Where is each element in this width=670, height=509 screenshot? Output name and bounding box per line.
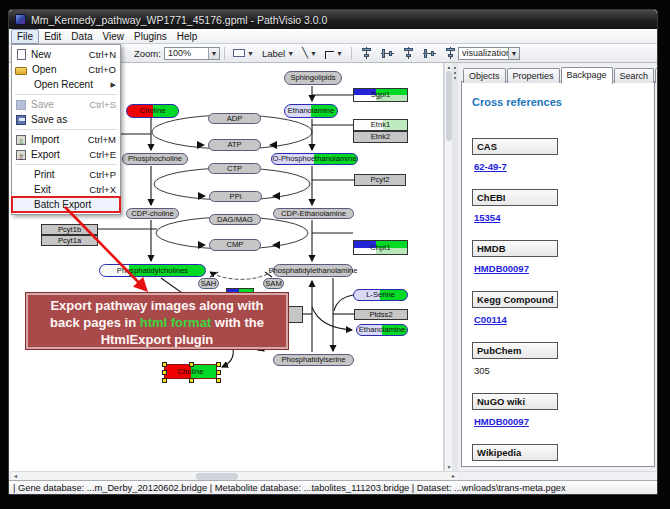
crossref-link[interactable]: HMDB00097 [474,416,529,427]
menu-item-label: Batch Export [34,199,108,210]
selection-handle[interactable] [216,362,221,367]
new-datanode-button[interactable]: ▼ [230,46,257,61]
selection-handle[interactable] [162,370,167,375]
node-cdp-choline[interactable]: CDP-choline [126,208,179,219]
node-pcyt2[interactable]: Pcyt2 [354,174,406,186]
node-chpt1[interactable]: Chpt1 [353,240,408,255]
chevron-down-icon[interactable]: ▼ [208,48,219,59]
node-label: DAG/MAG [217,216,253,224]
menu-item-exit[interactable]: ExitCtrl+X [12,182,120,197]
crossref-link[interactable]: HMDB00097 [474,263,529,274]
chevron-down-icon[interactable]: ▼ [287,50,294,57]
node-dag-mag[interactable]: DAG/MAG [209,214,261,225]
selection-handle[interactable] [189,378,194,383]
menu-item-save-as[interactable]: Save as [12,112,120,127]
node-sam[interactable]: SAM [263,278,284,289]
crossref-link[interactable]: C00114 [474,314,507,325]
tab-search[interactable]: Search [614,68,655,83]
menu-item-open[interactable]: OpenCtrl+O [12,62,120,77]
label-button-text: Label [262,48,285,59]
menu-shortcut: Ctrl+S [89,99,116,110]
menubar-item-help[interactable]: Help [172,30,203,43]
tab-backpage[interactable]: Backpage [561,67,613,84]
menu-item-import[interactable]: ImportCtrl+M [12,132,120,147]
crossref-source-header: NuGO wiki [472,393,558,410]
node-ctp[interactable]: CTP [208,163,261,174]
node-adp[interactable]: ADP [208,113,261,124]
crossref-link[interactable]: 15354 [474,212,500,223]
node-sah[interactable]: SAH [198,278,219,289]
app-window: Mm_Kennedy_pathway_WP1771_45176.gpml - P… [8,9,658,495]
menubar-item-file[interactable]: File [11,29,39,44]
menubar-item-plugins[interactable]: Plugins [129,30,172,43]
visualization-combo[interactable]: visualization ▼ [458,47,520,60]
selection-handle[interactable] [216,378,221,383]
menu-item-export[interactable]: ExportCtrl+E [12,147,120,162]
new-line-button[interactable]: ╲▼ [299,46,320,61]
node-sgpl1[interactable]: Sgpl1 [353,88,408,102]
chevron-down-icon[interactable]: ▼ [508,48,519,59]
menubar-item-view[interactable]: View [97,30,129,43]
node-pcyt1b[interactable]: Pcyt1b [41,224,98,235]
node-phosphatidylcholines[interactable]: Phosphatidylcholines [99,264,206,277]
splitter-handle[interactable] [454,67,456,81]
tab-properties[interactable]: Properties [507,68,560,83]
node-phosphatidylserine[interactable]: Phosphatidylserine [273,354,354,366]
node-ethanolamine[interactable]: Ethanolamine [284,104,338,118]
tab-legend[interactable]: Legend [655,68,658,83]
menu-item-open-recent[interactable]: Open Recent▶ [12,77,120,92]
node-pcyt1a[interactable]: Pcyt1a [41,235,98,246]
selection-handle[interactable] [216,370,221,375]
menu-item-save[interactable]: SaveCtrl+S [12,97,120,112]
chevron-down-icon[interactable]: ▼ [336,50,343,57]
menu-item-new[interactable]: NewCtrl+N [12,47,120,62]
menubar-item-data[interactable]: Data [66,30,97,43]
node-phosphocholine[interactable]: Phosphocholine [122,153,188,165]
menubar-item-edit[interactable]: Edit [39,30,66,43]
node-label: Pcyt1b [58,226,81,234]
selection-handle[interactable] [162,362,167,367]
selection-handle[interactable] [162,378,167,383]
node-label: ADP [227,115,243,123]
node-cdp-ethanolamine[interactable]: CDP-Ethanolamine [273,208,354,219]
stack-vertical-button[interactable] [399,46,418,61]
node-l-serine[interactable]: L-Serine [353,289,408,301]
node-o-phosphoethanolamine[interactable]: O-Phosphoethanolamine [271,153,358,165]
node-etnk2[interactable]: Etnk2 [353,131,408,143]
node-sphingolipids[interactable]: Sphingolipids [284,71,342,85]
selection-handle[interactable] [189,362,194,367]
align-center-horizontal-button[interactable] [357,46,376,61]
node-label: L-Serine [366,291,395,299]
node-ethanolamine[interactable]: Ethanolamine [356,324,408,336]
node-ptdss2[interactable]: Ptdss2 [354,309,408,320]
app-icon [15,14,26,25]
panel-horizontal-scrollbar[interactable] [458,471,658,480]
tab-objects[interactable]: Objects [463,68,506,83]
node-ppi[interactable]: PPi [209,191,262,202]
connector-icon [325,51,334,59]
node-label: Ethanolamine [359,326,405,334]
crossref-link[interactable]: 62-49-7 [474,161,507,172]
chevron-down-icon[interactable]: ▼ [247,50,254,57]
file-menu-dropdown: NewCtrl+NOpenCtrl+OOpen Recent▶SaveCtrl+… [11,44,121,215]
new-label-button[interactable]: Label▼ [259,46,297,61]
canvas-horizontal-scrollbar[interactable]: ◄ ► [11,471,458,480]
node-choline[interactable]: Choline [164,364,217,379]
menu-item-batch-export[interactable]: Batch Export [12,197,120,212]
scrollbar-thumb[interactable] [196,473,238,480]
new-connector-button[interactable]: ▼ [322,46,346,61]
canvas-vertical-scrollbar[interactable]: ▲ ▼ [444,63,452,471]
export-icon [16,150,26,160]
align-center-vertical-button[interactable] [378,46,397,61]
node-label: Pcyt2 [371,176,390,184]
menu-item-print[interactable]: PrintCtrl+P [12,167,120,182]
stack-horizontal-button[interactable] [420,46,439,61]
menu-shortcut: Ctrl+E [89,149,116,160]
node-atp[interactable]: ATP [208,139,261,151]
node-etnk1[interactable]: Etnk1 [353,119,408,131]
node-choline[interactable]: Choline [126,104,179,118]
zoom-combo[interactable]: 100% ▼ [164,47,220,60]
node-phosphatidylethanolamine[interactable]: Phosphatidylethanolamine [273,264,353,277]
node-cmp[interactable]: CMP [209,239,261,251]
chevron-down-icon[interactable]: ▼ [310,50,317,57]
